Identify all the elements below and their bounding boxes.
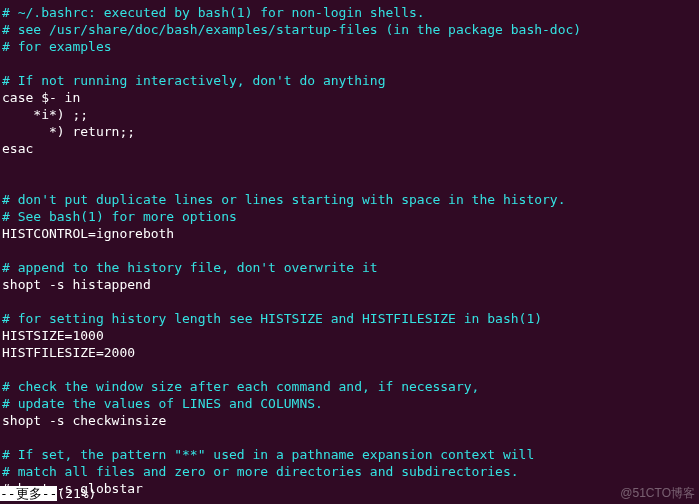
- file-line: HISTCONTROL=ignoreboth: [2, 225, 697, 242]
- file-line: # ~/.bashrc: executed by bash(1) for non…: [2, 4, 697, 21]
- file-line: [2, 242, 697, 259]
- file-line: [2, 157, 697, 174]
- pager-content: # ~/.bashrc: executed by bash(1) for non…: [2, 4, 697, 497]
- file-line: [2, 55, 697, 72]
- file-line: [2, 429, 697, 446]
- file-line: HISTFILESIZE=2000: [2, 344, 697, 361]
- file-line: [2, 174, 697, 191]
- file-line: case $- in: [2, 89, 697, 106]
- more-prompt[interactable]: --更多--: [0, 486, 57, 501]
- terminal-window[interactable]: # ~/.bashrc: executed by bash(1) for non…: [0, 0, 699, 504]
- file-line: shopt -s histappend: [2, 276, 697, 293]
- file-line: # check the window size after each comma…: [2, 378, 697, 395]
- file-line: esac: [2, 140, 697, 157]
- file-line: # If set, the pattern "**" used in a pat…: [2, 446, 697, 463]
- file-line: # See bash(1) for more options: [2, 208, 697, 225]
- file-line: # append to the history file, don't over…: [2, 259, 697, 276]
- file-line: # If not running interactively, don't do…: [2, 72, 697, 89]
- pager-status[interactable]: --更多--(21%): [0, 485, 96, 502]
- file-line: HISTSIZE=1000: [2, 327, 697, 344]
- more-percent: (21%): [57, 486, 96, 501]
- file-line: *i*) ;;: [2, 106, 697, 123]
- file-line: # for setting history length see HISTSIZ…: [2, 310, 697, 327]
- file-line: #shopt -s globstar: [2, 480, 697, 497]
- file-line: # match all files and zero or more direc…: [2, 463, 697, 480]
- file-line: # see /usr/share/doc/bash/examples/start…: [2, 21, 697, 38]
- file-line: # don't put duplicate lines or lines sta…: [2, 191, 697, 208]
- file-line: [2, 293, 697, 310]
- file-line: # for examples: [2, 38, 697, 55]
- file-line: *) return;;: [2, 123, 697, 140]
- file-line: [2, 361, 697, 378]
- file-line: # update the values of LINES and COLUMNS…: [2, 395, 697, 412]
- file-line: shopt -s checkwinsize: [2, 412, 697, 429]
- watermark: @51CTO博客: [620, 485, 695, 502]
